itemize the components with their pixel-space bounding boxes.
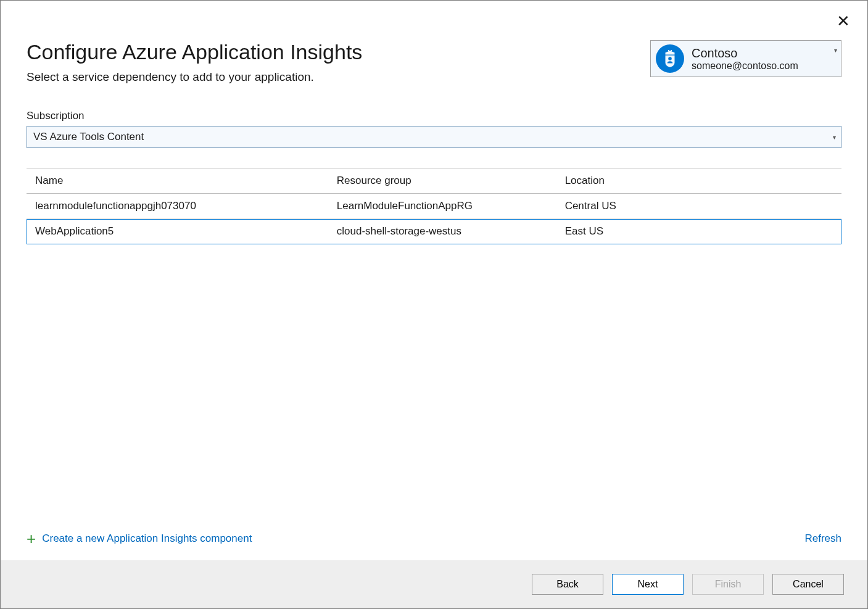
account-email: someone@contoso.com — [692, 60, 798, 72]
create-new-label: Create a new Application Insights compon… — [42, 532, 252, 545]
page-subtitle: Select a service dependency to add to yo… — [27, 70, 362, 84]
cell-location: East US — [556, 219, 841, 244]
instances-table-wrap: Name Resource group Location learnmodule… — [27, 168, 841, 531]
cell-resource-group: cloud-shell-storage-westus — [328, 219, 556, 244]
back-button[interactable]: Back — [532, 574, 603, 595]
subscription-selected-value: VS Azure Tools Content — [33, 131, 144, 143]
create-new-link[interactable]: + Create a new Application Insights comp… — [27, 531, 252, 547]
chevron-down-icon: ▾ — [834, 47, 837, 54]
instances-table: Name Resource group Location learnmodule… — [27, 168, 841, 244]
cell-resource-group: LearnModuleFunctionAppRG — [328, 194, 556, 219]
account-org: Contoso — [692, 46, 798, 60]
cancel-button[interactable]: Cancel — [772, 574, 844, 595]
account-picker[interactable]: Contoso someone@contoso.com ▾ — [650, 40, 841, 77]
col-header-name[interactable]: Name — [27, 168, 328, 194]
col-header-location[interactable]: Location — [556, 168, 841, 194]
subscription-select[interactable]: VS Azure Tools Content ▾ — [27, 126, 841, 148]
svg-point-0 — [668, 57, 672, 60]
refresh-link[interactable]: Refresh — [804, 532, 841, 545]
cell-name: WebApplication5 — [27, 219, 328, 244]
account-text: Contoso someone@contoso.com — [692, 46, 798, 72]
dialog-window: ✕ Configure Azure Application Insights S… — [0, 0, 868, 609]
plus-icon: + — [27, 531, 36, 547]
dialog-footer: Back Next Finish Cancel — [1, 560, 867, 608]
next-button[interactable]: Next — [612, 574, 684, 595]
close-icon[interactable]: ✕ — [837, 13, 850, 29]
cell-location: Central US — [556, 194, 841, 219]
table-row[interactable]: learnmodulefunctionappgjh073070 LearnMod… — [27, 194, 841, 219]
page-title: Configure Azure Application Insights — [27, 40, 362, 64]
chevron-down-icon: ▾ — [833, 134, 836, 141]
dialog-content: Configure Azure Application Insights Sel… — [1, 1, 867, 560]
bottom-links: + Create a new Application Insights comp… — [27, 531, 841, 560]
header-row: Configure Azure Application Insights Sel… — [27, 40, 841, 84]
col-header-resource-group[interactable]: Resource group — [328, 168, 556, 194]
account-avatar-icon — [656, 44, 684, 73]
table-header-row: Name Resource group Location — [27, 168, 841, 194]
finish-button: Finish — [692, 574, 764, 595]
subscription-label: Subscription — [27, 110, 841, 122]
header-text: Configure Azure Application Insights Sel… — [27, 40, 362, 84]
table-row[interactable]: WebApplication5 cloud-shell-storage-west… — [27, 219, 841, 244]
cell-name: learnmodulefunctionappgjh073070 — [27, 194, 328, 219]
